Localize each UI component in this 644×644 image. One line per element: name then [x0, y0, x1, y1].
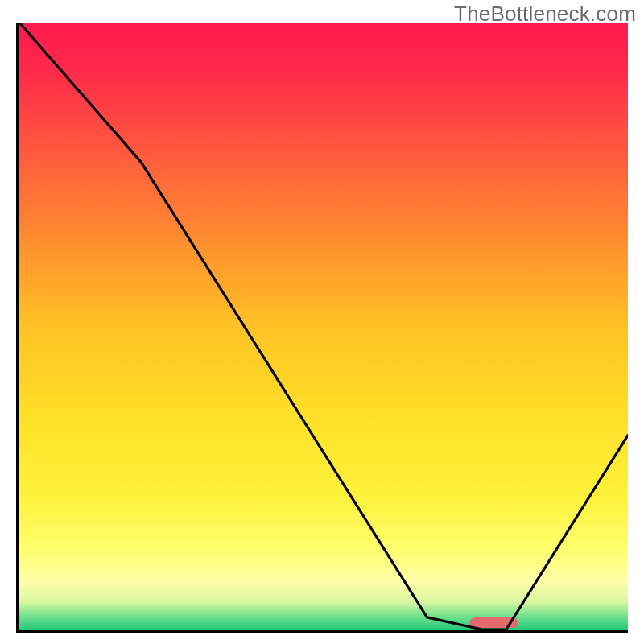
watermark-text: TheBottleneck.com	[454, 2, 636, 27]
bottleneck-chart	[16, 23, 628, 633]
plot-area	[16, 23, 628, 633]
svg-rect-0	[19, 23, 628, 630]
chart-container: TheBottleneck.com	[0, 0, 644, 644]
